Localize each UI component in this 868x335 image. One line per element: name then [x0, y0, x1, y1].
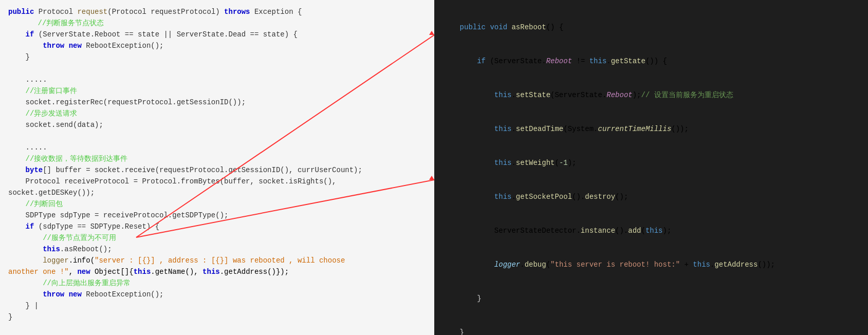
- right-code-panel: public void asReboot() { if (ServerState…: [434, 0, 868, 335]
- code-line-23: logger.info("server : [{}] , address : […: [8, 255, 426, 266]
- code-line-20: if (sdpType == SDPType.Reset) {: [8, 221, 426, 232]
- code-line-22: this.asReboot();: [8, 244, 426, 255]
- code-line-2: //判断服务节点状态: [8, 17, 426, 29]
- r-code-line-10: }: [442, 315, 860, 335]
- r-code-line-7: ServerStateDetector.instance().add(this)…: [442, 214, 860, 248]
- code-line-6: [8, 63, 426, 74]
- code-line-13: .....: [8, 142, 426, 153]
- svg-marker-2: [429, 31, 434, 35]
- r-code-line-8: logger.debug("this server is reboot! hos…: [442, 248, 860, 282]
- code-line-28: }: [8, 311, 426, 323]
- code-line-5: }: [8, 51, 426, 63]
- r-code-line-6: this.getSocketPool().destroy();: [442, 180, 860, 214]
- svg-marker-3: [429, 176, 434, 180]
- r-code-line-2: if (ServerState.Reboot != this.getState(…: [442, 44, 860, 78]
- code-line-9: socket.registerRec(requestProtocol.getSe…: [8, 97, 426, 108]
- r-code-line-1: public void asReboot() {: [442, 10, 860, 44]
- code-line-16: Protocol receiveProtocol = Protocol.from…: [8, 176, 426, 187]
- code-line-19: SDPType sdpType = receiveProtocol.getSDP…: [8, 210, 426, 221]
- code-line-7: .....: [8, 74, 426, 85]
- code-line-25: //向上层抛出服务重启异常: [8, 277, 426, 289]
- code-line-11: socket.send(data);: [8, 119, 426, 131]
- code-line-10: //异步发送请求: [8, 108, 426, 119]
- code-line-27: } |: [8, 300, 426, 311]
- code-line-8: //注册窗口事件: [8, 85, 426, 97]
- code-line-3: if (ServerState.Reboot == state || Serve…: [8, 29, 426, 40]
- code-line-15: byte[] buffer = socket.receive(requestPr…: [8, 164, 426, 176]
- r-code-line-4: this.setDeadTime(System.currentTimeMilli…: [442, 112, 860, 146]
- code-line-26: throw new RebootException();: [8, 289, 426, 300]
- code-line-14: //接收数据，等待数据到达事件: [8, 153, 426, 164]
- r-code-line-3: this.setState(ServerState.Reboot);// 设置当…: [442, 78, 860, 112]
- code-line-12: [8, 131, 426, 142]
- code-line-24: another one !", new Object[]{this.getNam…: [8, 266, 426, 277]
- r-code-line-5: this.setWeight(-1);: [442, 146, 860, 180]
- code-line-4: throw new RebootException();: [8, 40, 426, 51]
- code-line-1: public Protocol request(Protocol request…: [8, 6, 426, 17]
- code-line-18: //判断回包: [8, 198, 426, 210]
- code-line-17: socket.getDESKey());: [8, 187, 426, 198]
- code-line-21: //服务节点置为不可用: [8, 232, 426, 244]
- r-code-line-9: }: [442, 282, 860, 315]
- left-code-panel: public Protocol request(Protocol request…: [0, 0, 434, 335]
